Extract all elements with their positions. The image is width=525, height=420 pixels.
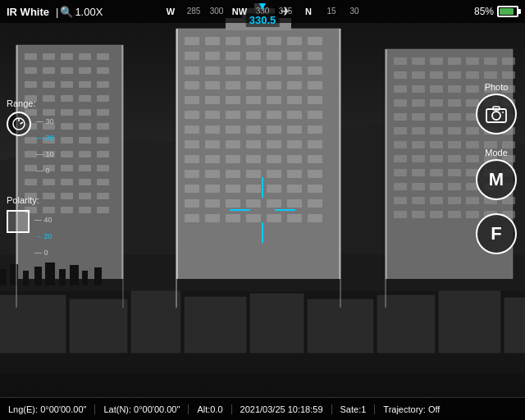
- camera-view: [0, 0, 525, 420]
- svg-rect-78: [185, 52, 199, 60]
- svg-rect-15: [25, 81, 37, 88]
- polarity-label: Polarity:: [7, 195, 39, 205]
- svg-rect-63: [79, 207, 91, 213]
- svg-rect-129: [226, 155, 240, 163]
- polarity-tick-0: — 0: [34, 244, 52, 261]
- svg-rect-16: [43, 81, 55, 88]
- range-tick-10: — 10: [36, 146, 54, 162]
- polarity-tick-20: → 20: [34, 228, 52, 244]
- svg-rect-94: [226, 81, 240, 89]
- svg-rect-171: [502, 57, 515, 65]
- longitude-display: Lng(E): 0°00'00.00": [0, 404, 95, 414]
- svg-rect-135: [205, 170, 220, 178]
- svg-rect-82: [267, 52, 281, 60]
- svg-rect-72: [205, 37, 220, 45]
- focus-control-group: F: [476, 213, 517, 254]
- svg-rect-125: [287, 140, 302, 148]
- svg-rect-97: [287, 81, 302, 89]
- svg-rect-5: [25, 53, 37, 60]
- compass-arrow: ▼: [257, 0, 268, 11]
- svg-rect-231: [448, 183, 461, 190]
- svg-rect-196: [448, 113, 461, 121]
- photo-button[interactable]: [476, 94, 517, 135]
- svg-rect-77: [308, 37, 322, 45]
- focus-button[interactable]: F: [476, 213, 517, 254]
- compass-tick-N: N: [297, 0, 320, 23]
- svg-rect-264: [185, 297, 246, 353]
- range-dial[interactable]: [7, 112, 31, 136]
- compass-tick-300: 300: [205, 0, 228, 23]
- svg-rect-224: [448, 169, 461, 176]
- separator: |: [56, 6, 58, 18]
- svg-rect-245: [448, 211, 461, 218]
- svg-rect-216: [430, 155, 443, 162]
- svg-rect-138: [267, 170, 281, 178]
- svg-rect-118: [287, 126, 302, 134]
- svg-point-281: [502, 112, 504, 113]
- svg-rect-209: [430, 141, 443, 148]
- bottom-status-bar: Lng(E): 0°00'00.00" Lat(N): 0°00'00.00" …: [0, 397, 525, 420]
- svg-rect-75: [267, 37, 281, 45]
- svg-rect-230: [430, 183, 443, 190]
- battery-fill: [500, 8, 514, 15]
- svg-rect-188: [430, 99, 443, 107]
- svg-rect-8: [79, 53, 91, 60]
- svg-rect-169: [466, 57, 479, 65]
- svg-rect-103: [267, 96, 281, 104]
- latitude-display: Lat(N): 0°00'00.00": [95, 404, 189, 414]
- svg-rect-101: [226, 96, 240, 104]
- svg-rect-37: [61, 137, 73, 144]
- svg-rect-256: [59, 269, 66, 285]
- svg-rect-112: [308, 111, 322, 119]
- svg-rect-238: [448, 197, 461, 204]
- svg-rect-86: [205, 66, 220, 75]
- svg-rect-156: [205, 214, 220, 222]
- svg-rect-194: [412, 113, 425, 121]
- photo-control-group: Photo: [476, 82, 517, 135]
- svg-rect-91: [308, 66, 322, 75]
- svg-rect-64: [97, 207, 109, 213]
- range-label: Range:: [7, 98, 35, 108]
- polarity-control: — 40 → 20 — 0: [7, 210, 52, 261]
- svg-rect-38: [79, 137, 91, 144]
- mode-label: Mode: [485, 148, 508, 158]
- svg-rect-167: [430, 57, 443, 65]
- polarity-square-icon[interactable]: [7, 210, 30, 233]
- svg-rect-83: [287, 52, 302, 60]
- svg-rect-182: [448, 85, 461, 93]
- svg-rect-136: [226, 170, 240, 178]
- svg-rect-111: [287, 111, 302, 119]
- svg-rect-107: [205, 111, 220, 119]
- svg-rect-259: [94, 267, 102, 285]
- svg-rect-254: [34, 267, 42, 285]
- svg-rect-251: [0, 269, 7, 285]
- svg-rect-9: [97, 53, 109, 60]
- svg-rect-157: [226, 214, 240, 222]
- svg-rect-165: [394, 57, 407, 65]
- svg-rect-123: [246, 140, 261, 148]
- svg-rect-127: [185, 155, 199, 163]
- svg-rect-106: [185, 111, 199, 119]
- svg-rect-71: [185, 37, 199, 45]
- svg-rect-18: [79, 81, 91, 88]
- svg-rect-280: [493, 107, 500, 110]
- svg-rect-42: [61, 151, 73, 158]
- svg-rect-236: [412, 197, 425, 204]
- svg-rect-189: [448, 99, 461, 107]
- svg-rect-186: [394, 99, 407, 107]
- svg-rect-95: [246, 81, 261, 89]
- svg-rect-27: [61, 109, 73, 116]
- svg-rect-43: [79, 151, 91, 158]
- mode-button[interactable]: M: [476, 159, 517, 200]
- range-tick-20: — 20: [36, 130, 54, 146]
- svg-rect-161: [308, 214, 322, 222]
- svg-rect-128: [205, 155, 220, 163]
- svg-rect-19: [97, 81, 109, 88]
- svg-rect-179: [394, 85, 407, 93]
- svg-rect-58: [79, 193, 91, 199]
- svg-rect-39: [97, 137, 109, 144]
- svg-rect-126: [308, 140, 322, 148]
- svg-rect-265: [250, 294, 304, 353]
- svg-rect-53: [79, 179, 91, 185]
- svg-rect-33: [79, 123, 91, 130]
